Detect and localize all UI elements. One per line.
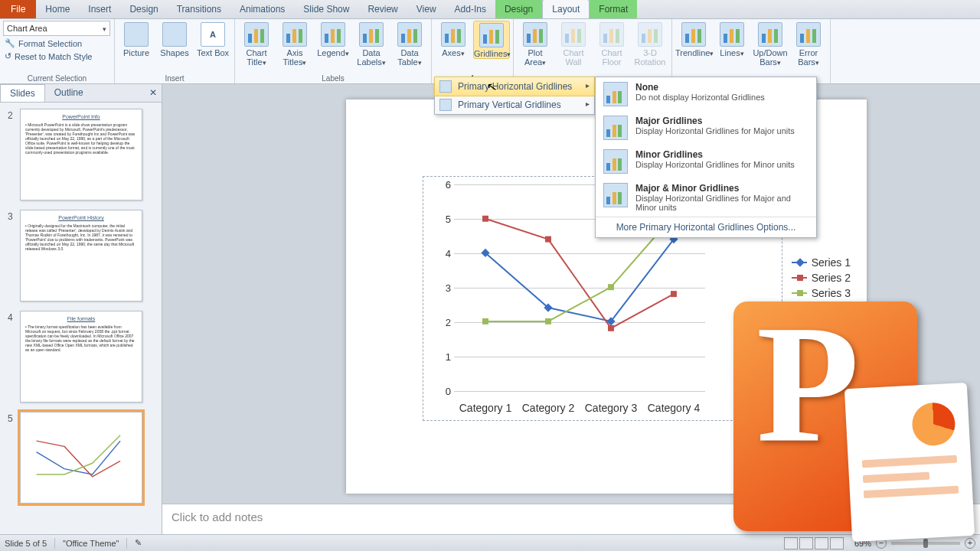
ribbon-tabs: File Home Insert Design Transitions Anim… [0,0,980,19]
tab-transitions[interactable]: Transitions [168,0,230,18]
textbox-button[interactable]: AText Box [194,21,231,57]
svg-rect-6 [608,325,614,331]
data-table-button[interactable]: Data Table [391,21,428,67]
tab-file[interactable]: File [0,0,36,18]
axis-titles-button[interactable]: Axis Titles [276,21,313,67]
status-slide: Slide 5 of 5 [5,539,47,548]
format-selection-button[interactable]: 🔧 Format Selection [3,37,83,49]
zoom-label[interactable]: 69% [854,539,871,548]
view-slideshow-button[interactable] [830,537,844,549]
tab-chart-layout[interactable]: Layout [542,0,590,18]
horizontal-gridlines-submenu: NoneDo not display Horizontal Gridlines … [595,77,817,238]
zoom-out-button[interactable]: − [876,538,887,549]
svg-rect-4 [482,216,488,222]
opt-major[interactable]: Major GridlinesDisplay Horizontal Gridli… [596,111,816,145]
reset-match-style-button[interactable]: ↺ Reset to Match Style [3,51,94,62]
legend-button[interactable]: Legend [315,21,351,57]
opt-none[interactable]: NoneDo not display Horizontal Gridlines [596,77,816,111]
ribbon: Chart Area 🔧 Format Selection ↺ Reset to… [0,19,980,84]
rotation-button: 3-D Rotation [632,21,668,67]
spellcheck-icon[interactable]: ✎ [135,538,142,548]
tab-insert[interactable]: Insert [79,0,120,18]
svg-rect-8 [482,318,488,324]
slide-thumb-2[interactable]: PowerPoint Info• Microsoft PowerPoint is… [20,109,142,201]
view-sorter-button[interactable] [799,537,813,549]
chart-element-combo[interactable]: Chart Area [3,21,110,36]
group-insert: Insert [118,73,231,83]
gridlines-menu: Primary Horizontal Gridlines Primary Ver… [434,77,595,115]
data-labels-button[interactable]: Data Labels [353,21,390,67]
svg-rect-9 [545,318,551,324]
view-normal-button[interactable] [784,537,798,549]
picture-button[interactable]: Picture [118,21,155,57]
tab-chart-design[interactable]: Design [495,0,542,18]
opt-minor[interactable]: Minor GridlinesDisplay Horizontal Gridli… [596,145,816,178]
status-theme: "Office Theme" [63,539,119,548]
slide-thumb-4[interactable]: File formats• The binary format specific… [20,311,142,403]
group-labels: Labels [238,73,428,83]
gridlines-button[interactable]: Gridlines [473,21,510,59]
menu-primary-vertical[interactable]: Primary Vertical Gridlines [435,96,594,114]
lines-button[interactable]: Lines [714,21,750,57]
trendline-button[interactable]: Trendline [675,21,712,57]
tab-addins[interactable]: Add-Ins [446,0,495,18]
axes-button[interactable]: Axes [435,21,472,57]
group-current-selection: Current Selection [3,73,111,83]
opt-both[interactable]: Major & Minor GridlinesDisplay Horizonta… [596,178,816,217]
tab-home[interactable]: Home [36,0,79,18]
tab-chart-format[interactable]: Format [590,0,637,18]
svg-rect-10 [608,284,614,290]
slide-editor[interactable]: 0123456 Category 1Category 2Category 3Ca… [162,84,980,534]
outline-tab[interactable]: Outline [45,84,93,102]
chart-legend: Series 1 Series 2 Series 3 [792,253,851,302]
notes-field[interactable]: Click to add notes [162,504,980,534]
svg-rect-5 [545,236,551,243]
chart-title-button[interactable]: Chart Title [238,21,275,67]
view-reading-button[interactable] [815,537,828,549]
menu-primary-horizontal[interactable]: Primary Horizontal Gridlines [434,77,595,96]
zoom-slider[interactable] [891,542,960,545]
svg-rect-7 [671,291,677,297]
tab-review[interactable]: Review [358,0,407,18]
tab-design[interactable]: Design [120,0,167,18]
opt-more-options[interactable]: More Primary Horizontal Gridlines Option… [596,217,816,237]
updown-bars-button[interactable]: Up/Down Bars [752,21,789,67]
close-pane-icon[interactable]: ✕ [145,84,162,102]
tab-animations[interactable]: Animations [230,0,294,18]
slide-thumb-5[interactable] [20,412,142,504]
error-bars-button[interactable]: Error Bars [790,21,827,67]
plot-area-button[interactable]: Plot Area [517,21,554,67]
tab-view[interactable]: View [407,0,446,18]
zoom-in-button[interactable]: + [965,538,975,549]
chart-wall-button: Chart Wall [555,21,592,67]
shapes-button[interactable]: Shapes [156,21,193,57]
slide-thumb-3[interactable]: PowerPoint History• Originally designed … [20,210,142,302]
tab-slideshow[interactable]: Slide Show [294,0,358,18]
statusbar: Slide 5 of 5 "Office Theme" ✎ 69% − + [0,534,980,551]
slides-tab[interactable]: Slides [0,84,45,102]
chart-floor-button: Chart Floor [593,21,630,67]
slides-pane: Slides Outline ✕ 2PowerPoint Info• Micro… [0,84,162,534]
